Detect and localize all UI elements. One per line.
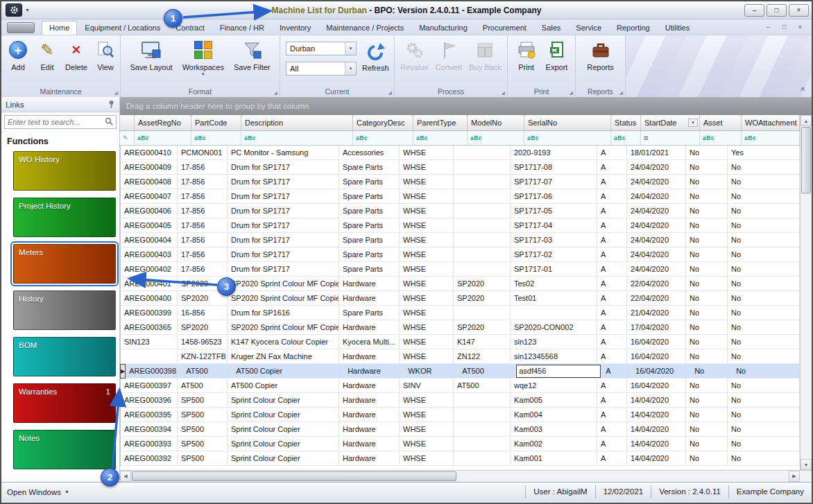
col-header-serialno[interactable]: SerialNo [524, 115, 611, 131]
cell-parenttype[interactable]: WHSE [400, 408, 454, 422]
cell-assetregno[interactable]: AREG000407 [121, 189, 178, 204]
vertical-scroll-track[interactable] [801, 126, 812, 459]
table-row[interactable]: AREG000392SP500Sprint Colour CopierHardw… [120, 451, 800, 466]
cell-description[interactable]: Sprint Colour Copier [228, 408, 339, 422]
workspaces-button[interactable]: Workspaces ▼ [180, 37, 226, 77]
filter-partcode[interactable]: aBc [191, 131, 241, 146]
cell-modelno[interactable] [454, 437, 511, 451]
app-menu-caret-icon[interactable]: ▼ [25, 8, 30, 12]
cell-assetregno[interactable]: SIN123 [121, 335, 178, 349]
cell-categorydesc[interactable]: Spare Parts [339, 175, 400, 189]
cell-asset[interactable]: No [686, 291, 728, 306]
cell-partcode[interactable]: 17-856 [178, 247, 228, 262]
tab-service[interactable]: Service [568, 21, 609, 35]
cell-assetregno[interactable]: AREG000394 [121, 422, 178, 437]
cell-categorydesc[interactable]: Hardware [344, 364, 404, 379]
mdi-close-button[interactable]: × [793, 21, 807, 33]
col-header-description[interactable]: Description [241, 115, 353, 131]
cell-woattachment[interactable]: No [728, 189, 800, 204]
cell-asset[interactable]: No [686, 175, 728, 189]
cell-serialno[interactable] [511, 306, 597, 320]
cell-startdate[interactable]: 24/04/2020 [627, 175, 686, 189]
dialog-launcher-icon[interactable]: ◢ [502, 90, 505, 96]
cell-serialno[interactable]: SP1717-06 [511, 189, 597, 204]
cell-serialno[interactable]: SP1717-04 [511, 218, 597, 233]
filter-serialno[interactable]: aBc [524, 131, 611, 146]
cell-startdate[interactable]: 24/04/2020 [627, 247, 686, 262]
save-layout-button[interactable]: Save Layout [128, 37, 174, 72]
table-row[interactable]: AREG00040617-856Drum for SP1717Spare Par… [120, 204, 800, 218]
dialog-launcher-icon[interactable]: ◢ [114, 90, 118, 96]
cell-partcode[interactable]: SP500 [178, 437, 228, 451]
col-header-status[interactable]: Status [611, 115, 641, 131]
cell-woattachment[interactable]: Yes [728, 146, 800, 160]
cell-status[interactable]: A [597, 262, 627, 277]
cell-serialno[interactable]: SP1717-01 [511, 262, 597, 277]
cell-woattachment[interactable]: No [728, 160, 800, 175]
cell-modelno[interactable] [454, 146, 511, 160]
cell-partcode[interactable]: SP2020 [178, 320, 228, 335]
filter-abc-icon[interactable]: aBc [744, 134, 756, 141]
col-header-woattachment[interactable]: WOAttachment [742, 115, 800, 131]
refresh-button[interactable]: Refresh [360, 37, 391, 73]
cell-description[interactable]: Drum for SP1717 [228, 175, 339, 189]
cell-parenttype[interactable]: WHSE [400, 218, 454, 233]
cell-startdate[interactable]: 17/04/2020 [627, 320, 686, 335]
cell-assetregno[interactable]: AREG000397 [121, 379, 178, 393]
cell-partcode[interactable]: SP500 [178, 393, 228, 408]
cell-categorydesc[interactable]: Kyocera Multi... [339, 335, 400, 349]
scroll-down-icon[interactable]: ▼ [801, 459, 812, 470]
filter-assetregno[interactable]: aBc [135, 131, 191, 146]
filter-abc-icon[interactable]: aBc [703, 134, 714, 141]
cell-partcode[interactable]: AT500 [182, 364, 232, 379]
cell-partcode[interactable]: AT500 [178, 379, 228, 393]
dialog-launcher-icon[interactable]: ◢ [274, 90, 277, 96]
tab-manufacturing[interactable]: Manufacturing [411, 21, 475, 35]
cell-categorydesc[interactable]: Spare Parts [339, 233, 400, 247]
cell-partcode[interactable]: 17-856 [178, 204, 228, 218]
search-input[interactable] [5, 118, 102, 126]
cell-status[interactable]: A [597, 335, 627, 349]
cell-startdate[interactable]: 24/04/2020 [627, 233, 686, 247]
horizontal-scroll-track[interactable] [131, 471, 789, 482]
dialog-launcher-icon[interactable]: ◢ [570, 90, 573, 96]
table-row[interactable]: AREG00040917-856Drum for SP1717Spare Par… [120, 160, 800, 175]
filter-equals-icon[interactable]: = [644, 134, 648, 142]
cell-description[interactable]: Sprint Colour Copier [228, 422, 339, 437]
cell-categorydesc[interactable]: Hardware [339, 437, 400, 451]
tab-equipment-locations[interactable]: Equipment / Locations [77, 21, 168, 35]
mdi-restore-button[interactable]: □ [777, 21, 791, 33]
cell-parenttype[interactable]: WHSE [400, 175, 454, 189]
add-button[interactable]: + Add [3, 37, 33, 72]
cell-assetregno[interactable]: AREG000405 [121, 218, 178, 233]
filter-parenttype[interactable]: aBc [413, 131, 468, 146]
cell-partcode[interactable]: KZN-122TFB [178, 349, 228, 364]
cell-asset[interactable]: No [686, 320, 728, 335]
cell-modelno[interactable] [454, 175, 511, 189]
cell-description[interactable]: Drum for SP1717 [228, 247, 339, 262]
convert-button[interactable]: Convert [434, 37, 465, 72]
function-tile-warranties[interactable]: Warranties1 [13, 383, 116, 423]
open-windows-button[interactable]: Open Windows ▼ [7, 488, 69, 496]
cell-modelno[interactable]: ZN122 [454, 349, 511, 364]
cell-parenttype[interactable]: WHSE [400, 291, 454, 306]
cell-partcode[interactable]: 17-856 [178, 233, 228, 247]
cell-woattachment[interactable]: No [728, 233, 800, 247]
cell-parenttype[interactable]: WHSE [400, 189, 454, 204]
cell-partcode[interactable]: 17-856 [178, 160, 228, 175]
cell-assetregno[interactable]: AREG000406 [121, 204, 178, 218]
cell-modelno[interactable]: SP2020 [454, 277, 511, 291]
cell-status[interactable]: A [597, 393, 627, 408]
cell-categorydesc[interactable]: Hardware [339, 393, 400, 408]
table-row[interactable]: KZN-122TFBKruger ZN Fax MachineHardwareW… [120, 349, 800, 364]
cell-modelno[interactable] [454, 262, 511, 277]
filter-abc-icon[interactable]: aBc [137, 134, 149, 141]
tab-sales[interactable]: Sales [534, 21, 569, 35]
col-header-partcode[interactable]: PartCode [191, 115, 241, 131]
table-row[interactable]: AREG00040317-856Drum for SP1717Spare Par… [120, 247, 800, 262]
cell-woattachment[interactable]: No [728, 335, 800, 349]
cell-asset[interactable]: No [686, 262, 728, 277]
cell-status[interactable]: A [597, 422, 627, 437]
export-button[interactable]: Export [542, 37, 572, 72]
cell-description[interactable]: Drum for SP1717 [228, 160, 339, 175]
